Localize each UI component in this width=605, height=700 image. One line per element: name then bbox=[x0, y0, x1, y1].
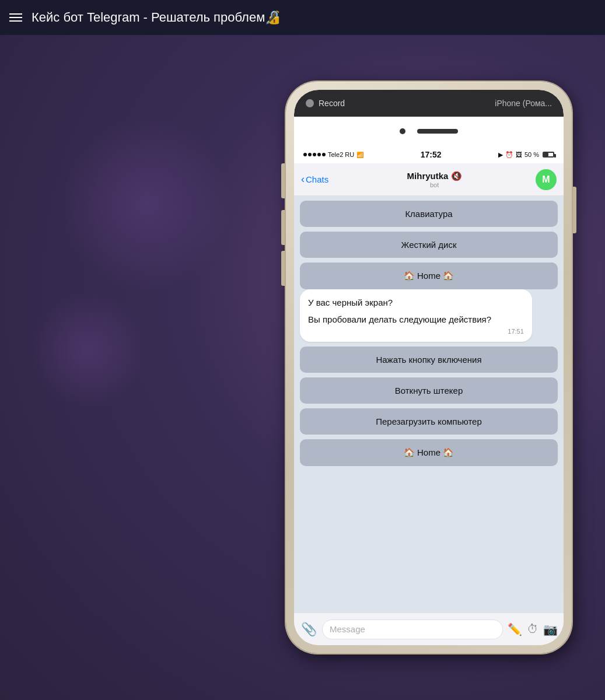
status-right: ▶ ⏰ 🖼 50 % bbox=[498, 151, 554, 159]
top-bar: Кейс бот Telegram - Решатель проблем🔏 bbox=[0, 0, 605, 35]
bot-button-plug[interactable]: Воткнуть штекер bbox=[300, 377, 558, 404]
bg-decor-2 bbox=[29, 292, 146, 408]
chat-header: ‹ Chats Mihryutka 🔇 bot M bbox=[294, 163, 564, 196]
message-line1: У вас черный экран? bbox=[308, 296, 524, 309]
record-bar: Record iPhone (Рома... bbox=[294, 90, 564, 117]
menu-icon[interactable] bbox=[9, 13, 22, 22]
bg-decor-1 bbox=[58, 117, 233, 292]
battery-icon bbox=[543, 152, 554, 158]
signal-dots bbox=[303, 153, 326, 156]
input-bar: 📎 Message ✏️ ⏱ 📷 bbox=[294, 612, 564, 645]
compose-icon[interactable]: ✏️ bbox=[508, 622, 522, 636]
status-bar: Tele2 RU 📶 17:52 ▶ ⏰ 🖼 50 % bbox=[294, 146, 564, 163]
chat-title-area: Mihryutka 🔇 bot bbox=[333, 171, 536, 188]
back-arrow-icon: ‹ bbox=[301, 173, 305, 186]
message-placeholder: Message bbox=[330, 624, 365, 634]
alarm-icon: ⏰ bbox=[505, 151, 513, 159]
back-label: Chats bbox=[306, 174, 328, 184]
bot-button-home-2[interactable]: 🏠 Home 🏠 bbox=[300, 439, 558, 466]
bot-button-hdd[interactable]: Жесткий диск bbox=[300, 232, 558, 258]
carrier: Tele2 RU bbox=[328, 151, 354, 158]
bot-button-keyboard[interactable]: Клавиатура bbox=[300, 201, 558, 227]
record-label: Record bbox=[319, 99, 345, 108]
chat-name: Mihryutka 🔇 bbox=[333, 171, 536, 181]
wifi-icon: 📶 bbox=[356, 152, 363, 158]
bot-button-power[interactable]: Нажать кнопку включения bbox=[300, 346, 558, 373]
status-left: Tele2 RU 📶 bbox=[303, 151, 363, 158]
record-dot bbox=[306, 99, 314, 107]
bot-button-restart[interactable]: Перезагрузить компьютер bbox=[300, 408, 558, 435]
timer-icon[interactable]: ⏱ bbox=[527, 622, 538, 636]
gps-icon: ▶ bbox=[498, 151, 503, 159]
camera-icon[interactable]: 📷 bbox=[543, 622, 558, 636]
device-label: iPhone (Рома... bbox=[495, 99, 552, 108]
message-input[interactable]: Message bbox=[322, 620, 503, 639]
front-camera bbox=[400, 128, 405, 134]
message-time: 17:51 bbox=[308, 328, 524, 335]
chat-subtitle: bot bbox=[333, 181, 536, 188]
message-bubble: У вас черный экран? Вы пробовали делать … bbox=[300, 289, 532, 342]
photo-icon: 🖼 bbox=[516, 151, 522, 158]
avatar[interactable]: M bbox=[536, 169, 557, 190]
phone-screen: Record iPhone (Рома... bbox=[294, 90, 564, 645]
phone-shell: Record iPhone (Рома... bbox=[286, 82, 572, 653]
status-time: 17:52 bbox=[421, 150, 442, 159]
back-button[interactable]: ‹ Chats bbox=[301, 173, 328, 186]
notch-area bbox=[294, 117, 564, 146]
button-group-2: Нажать кнопку включения Воткнуть штекер … bbox=[300, 346, 558, 466]
speaker bbox=[417, 129, 458, 134]
chat-content: Клавиатура Жесткий диск 🏠 Home 🏠 У вас ч… bbox=[294, 196, 564, 612]
input-icons: ✏️ ⏱ 📷 bbox=[508, 622, 558, 636]
message-line2: Вы пробовали делать следующие действия? bbox=[308, 313, 524, 326]
bot-button-home-1[interactable]: 🏠 Home 🏠 bbox=[300, 262, 558, 289]
button-group-1: Клавиатура Жесткий диск 🏠 Home 🏠 bbox=[300, 201, 558, 289]
phone-wrapper: Record iPhone (Рома... bbox=[286, 82, 583, 677]
page-title: Кейс бот Telegram - Решатель проблем🔏 bbox=[32, 10, 281, 25]
record-left: Record bbox=[306, 99, 345, 108]
battery-label: 50 % bbox=[524, 151, 539, 158]
attach-icon[interactable]: 📎 bbox=[300, 622, 317, 637]
